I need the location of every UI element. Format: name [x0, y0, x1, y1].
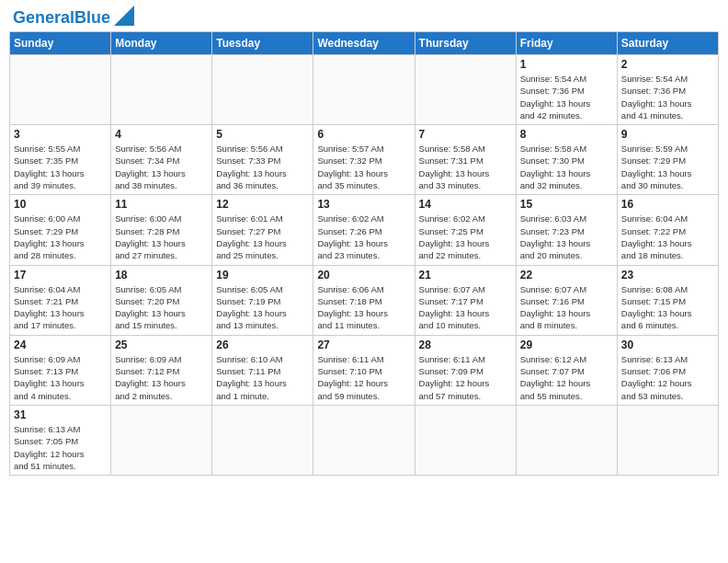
day-info: Sunrise: 6:06 AM Sunset: 7:18 PM Dayligh…: [317, 283, 410, 332]
weekday-header-sunday: Sunday: [10, 32, 111, 55]
calendar-cell: 23Sunrise: 6:08 AM Sunset: 7:15 PM Dayli…: [617, 265, 718, 335]
calendar-cell: 8Sunrise: 5:58 AM Sunset: 7:30 PM Daylig…: [516, 125, 617, 195]
day-info: Sunrise: 6:04 AM Sunset: 7:22 PM Dayligh…: [621, 213, 714, 261]
day-info: Sunrise: 5:59 AM Sunset: 7:29 PM Dayligh…: [621, 143, 714, 191]
calendar-cell: 14Sunrise: 6:02 AM Sunset: 7:25 PM Dayli…: [415, 195, 516, 265]
calendar-cell: 26Sunrise: 6:10 AM Sunset: 7:11 PM Dayli…: [212, 335, 313, 405]
day-info: Sunrise: 6:09 AM Sunset: 7:13 PM Dayligh…: [14, 353, 107, 402]
day-info: Sunrise: 6:02 AM Sunset: 7:26 PM Dayligh…: [317, 213, 410, 261]
day-info: Sunrise: 6:07 AM Sunset: 7:17 PM Dayligh…: [419, 283, 512, 332]
day-info: Sunrise: 6:13 AM Sunset: 7:06 PM Dayligh…: [621, 353, 714, 402]
calendar-cell: [10, 55, 111, 125]
day-number: 13: [317, 198, 410, 211]
day-info: Sunrise: 6:05 AM Sunset: 7:20 PM Dayligh…: [115, 283, 208, 332]
calendar-cell: [617, 405, 718, 475]
week-row-2: 3Sunrise: 5:55 AM Sunset: 7:35 PM Daylig…: [10, 125, 719, 195]
calendar-cell: [415, 405, 516, 475]
day-number: 31: [14, 408, 107, 421]
calendar-cell: 4Sunrise: 5:56 AM Sunset: 7:34 PM Daylig…: [111, 125, 212, 195]
calendar-cell: [212, 55, 313, 125]
calendar-cell: 19Sunrise: 6:05 AM Sunset: 7:19 PM Dayli…: [212, 265, 313, 335]
calendar-cell: 15Sunrise: 6:03 AM Sunset: 7:23 PM Dayli…: [516, 195, 617, 265]
day-number: 11: [115, 198, 208, 211]
calendar-cell: 31Sunrise: 6:13 AM Sunset: 7:05 PM Dayli…: [10, 405, 111, 475]
logo: GeneralBlue: [13, 9, 134, 26]
calendar-cell: 16Sunrise: 6:04 AM Sunset: 7:22 PM Dayli…: [617, 195, 718, 265]
day-info: Sunrise: 6:03 AM Sunset: 7:23 PM Dayligh…: [520, 213, 613, 261]
header: GeneralBlue: [9, 9, 719, 26]
day-info: Sunrise: 5:58 AM Sunset: 7:31 PM Dayligh…: [419, 143, 512, 191]
calendar-cell: 27Sunrise: 6:11 AM Sunset: 7:10 PM Dayli…: [313, 335, 415, 405]
calendar-cell: 5Sunrise: 5:56 AM Sunset: 7:33 PM Daylig…: [212, 125, 313, 195]
day-info: Sunrise: 6:09 AM Sunset: 7:12 PM Dayligh…: [115, 353, 208, 402]
day-number: 21: [419, 269, 512, 282]
day-number: 3: [14, 128, 107, 141]
day-info: Sunrise: 5:58 AM Sunset: 7:30 PM Dayligh…: [520, 143, 613, 191]
weekday-header-tuesday: Tuesday: [212, 32, 313, 55]
day-number: 28: [419, 339, 512, 351]
day-number: 1: [520, 58, 613, 71]
day-number: 26: [216, 339, 309, 351]
day-number: 30: [621, 339, 714, 351]
calendar-cell: 24Sunrise: 6:09 AM Sunset: 7:13 PM Dayli…: [10, 335, 111, 405]
calendar-cell: 3Sunrise: 5:55 AM Sunset: 7:35 PM Daylig…: [10, 125, 111, 195]
day-number: 14: [419, 198, 512, 211]
day-info: Sunrise: 5:55 AM Sunset: 7:35 PM Dayligh…: [14, 143, 107, 191]
calendar-cell: 1Sunrise: 5:54 AM Sunset: 7:36 PM Daylig…: [516, 55, 617, 125]
day-number: 18: [115, 269, 208, 282]
calendar-cell: 22Sunrise: 6:07 AM Sunset: 7:16 PM Dayli…: [516, 265, 617, 335]
day-number: 15: [520, 198, 613, 211]
calendar-cell: 6Sunrise: 5:57 AM Sunset: 7:32 PM Daylig…: [313, 125, 415, 195]
day-number: 2: [621, 58, 714, 71]
day-number: 16: [621, 198, 714, 211]
calendar-cell: [111, 405, 212, 475]
svg-marker-0: [114, 6, 134, 26]
weekday-header-friday: Friday: [516, 32, 617, 55]
day-number: 20: [317, 269, 410, 282]
logo-icon: [114, 6, 134, 26]
day-info: Sunrise: 6:12 AM Sunset: 7:07 PM Dayligh…: [520, 353, 613, 402]
calendar-cell: 21Sunrise: 6:07 AM Sunset: 7:17 PM Dayli…: [415, 265, 516, 335]
week-row-5: 24Sunrise: 6:09 AM Sunset: 7:13 PM Dayli…: [10, 335, 719, 405]
calendar-cell: [313, 55, 415, 125]
calendar-cell: [111, 55, 212, 125]
day-info: Sunrise: 6:00 AM Sunset: 7:29 PM Dayligh…: [14, 213, 107, 261]
day-number: 7: [419, 128, 512, 141]
day-info: Sunrise: 6:07 AM Sunset: 7:16 PM Dayligh…: [520, 283, 613, 332]
day-number: 22: [520, 269, 613, 282]
calendar-cell: 18Sunrise: 6:05 AM Sunset: 7:20 PM Dayli…: [111, 265, 212, 335]
calendar-cell: 7Sunrise: 5:58 AM Sunset: 7:31 PM Daylig…: [415, 125, 516, 195]
day-number: 24: [14, 339, 107, 351]
weekday-header-wednesday: Wednesday: [313, 32, 415, 55]
weekday-header-saturday: Saturday: [617, 32, 718, 55]
calendar-cell: 10Sunrise: 6:00 AM Sunset: 7:29 PM Dayli…: [10, 195, 111, 265]
calendar-cell: 28Sunrise: 6:11 AM Sunset: 7:09 PM Dayli…: [415, 335, 516, 405]
weekday-header-monday: Monday: [111, 32, 212, 55]
day-info: Sunrise: 6:13 AM Sunset: 7:05 PM Dayligh…: [14, 423, 107, 472]
day-info: Sunrise: 5:56 AM Sunset: 7:33 PM Dayligh…: [216, 143, 309, 191]
weekday-header-row: SundayMondayTuesdayWednesdayThursdayFrid…: [10, 32, 719, 55]
day-number: 25: [115, 339, 208, 351]
logo-text: GeneralBlue: [13, 9, 110, 26]
day-number: 23: [621, 269, 714, 282]
calendar-cell: 11Sunrise: 6:00 AM Sunset: 7:28 PM Dayli…: [111, 195, 212, 265]
day-info: Sunrise: 5:54 AM Sunset: 7:36 PM Dayligh…: [520, 73, 613, 121]
day-number: 10: [14, 198, 107, 211]
day-number: 8: [520, 128, 613, 141]
calendar-cell: 17Sunrise: 6:04 AM Sunset: 7:21 PM Dayli…: [10, 265, 111, 335]
calendar-table: SundayMondayTuesdayWednesdayThursdayFrid…: [9, 31, 719, 476]
calendar-cell: [415, 55, 516, 125]
calendar-cell: 2Sunrise: 5:54 AM Sunset: 7:36 PM Daylig…: [617, 55, 718, 125]
day-info: Sunrise: 6:11 AM Sunset: 7:10 PM Dayligh…: [317, 353, 410, 402]
day-info: Sunrise: 6:00 AM Sunset: 7:28 PM Dayligh…: [115, 213, 208, 261]
week-row-1: 1Sunrise: 5:54 AM Sunset: 7:36 PM Daylig…: [10, 55, 719, 125]
day-info: Sunrise: 6:08 AM Sunset: 7:15 PM Dayligh…: [621, 283, 714, 332]
day-info: Sunrise: 5:54 AM Sunset: 7:36 PM Dayligh…: [621, 73, 714, 121]
week-row-6: 31Sunrise: 6:13 AM Sunset: 7:05 PM Dayli…: [10, 405, 719, 475]
day-info: Sunrise: 6:04 AM Sunset: 7:21 PM Dayligh…: [14, 283, 107, 332]
calendar-cell: 20Sunrise: 6:06 AM Sunset: 7:18 PM Dayli…: [313, 265, 415, 335]
day-number: 5: [216, 128, 309, 141]
calendar-cell: [212, 405, 313, 475]
day-info: Sunrise: 5:56 AM Sunset: 7:34 PM Dayligh…: [115, 143, 208, 191]
day-number: 17: [14, 269, 107, 282]
